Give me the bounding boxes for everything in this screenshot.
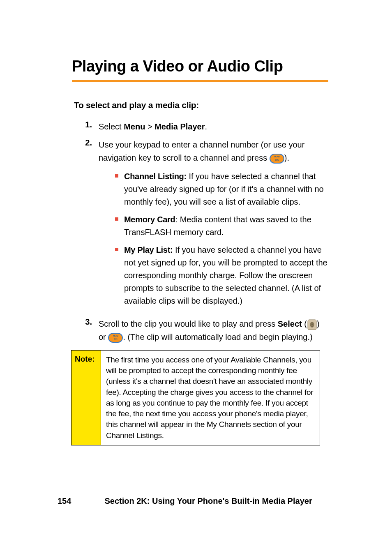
- list-item: My Play List: If you have selected a cha…: [115, 244, 328, 307]
- bullet-label: Memory Card: [124, 215, 175, 224]
- page-footer: 154 Section 2K: Using Your Phone's Built…: [0, 496, 392, 506]
- menu-label: Menu: [124, 122, 145, 131]
- bullet-icon: [115, 174, 118, 178]
- step-body: Use your keypad to enter a channel numbe…: [99, 138, 328, 312]
- footer-section: Section 2K: Using Your Phone's Built-in …: [104, 496, 312, 505]
- media-player-label: Media Player: [154, 122, 205, 131]
- menu-ok-button-icon: [108, 333, 123, 343]
- bullet-label: Channel Listing:: [124, 172, 187, 181]
- step-2: 2. Use your keypad to enter a channel nu…: [82, 138, 328, 312]
- navigation-key-icon: [307, 319, 317, 330]
- step-text: (: [302, 319, 307, 328]
- svg-point-1: [311, 323, 312, 323]
- bullet-list: Channel Listing: If you have selected a …: [99, 170, 328, 307]
- step-text: Scroll to the clip you would like to pla…: [99, 319, 278, 328]
- step-1: 1. Select Menu > Media Player.: [82, 120, 328, 133]
- note-callout: Note: The first time you access one of y…: [71, 350, 320, 445]
- step-text: ).: [284, 153, 289, 162]
- menu-ok-button-icon: [270, 154, 284, 164]
- bullet-label: My Play List:: [124, 245, 173, 254]
- step-body: Select Menu > Media Player.: [99, 120, 328, 133]
- svg-point-3: [311, 326, 312, 327]
- bullet-icon: [115, 248, 118, 251]
- title-underline: [72, 80, 328, 82]
- page-title: Playing a Video or Audio Clip: [72, 58, 328, 75]
- list-item: Channel Listing: If you have selected a …: [115, 170, 328, 208]
- list-item: Memory Card: Media content that was save…: [115, 213, 328, 239]
- step-text: >: [145, 122, 154, 131]
- step-3: 3. Scroll to the clip you would like to …: [82, 317, 328, 344]
- step-body: Scroll to the clip you would like to pla…: [99, 317, 328, 344]
- note-label: Note:: [71, 351, 101, 445]
- step-text: Select: [99, 122, 124, 131]
- select-label: Select: [278, 319, 302, 328]
- step-text: .: [205, 122, 207, 131]
- svg-point-2: [311, 324, 312, 325]
- step-number: 3.: [82, 317, 99, 344]
- section-subheading: To select and play a media clip:: [74, 100, 328, 110]
- step-number: 2.: [82, 138, 99, 312]
- bullet-icon: [115, 217, 118, 221]
- list-item-body: Channel Listing: If you have selected a …: [124, 170, 328, 208]
- step-number: 1.: [82, 120, 99, 133]
- list-item-body: My Play List: If you have selected a cha…: [124, 244, 328, 307]
- page-number: 154: [58, 496, 103, 506]
- note-body: The first time you access one of your Av…: [101, 351, 320, 445]
- list-item-body: Memory Card: Media content that was save…: [124, 213, 328, 239]
- step-text: . (The clip will automatically load and …: [123, 332, 312, 341]
